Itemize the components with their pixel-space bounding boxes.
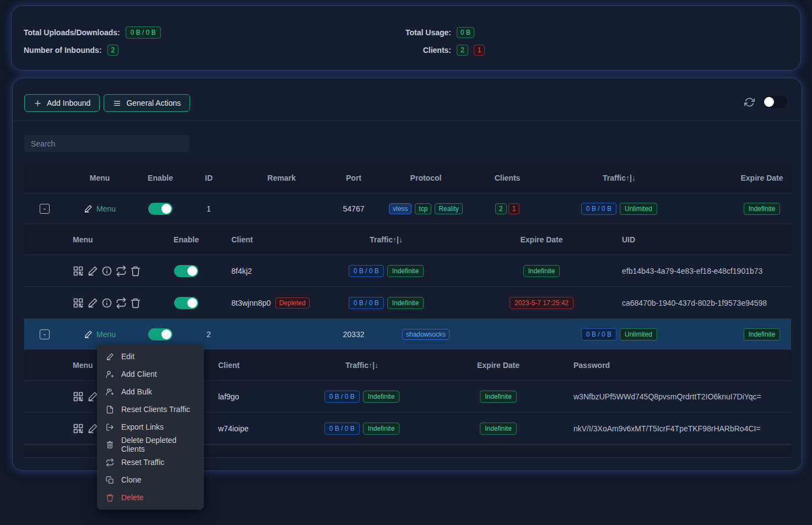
client-row: 8t3wjnn8p0 Depleted 0 B / 0 B Indefinite… [24, 287, 791, 319]
users-add-icon [106, 388, 114, 396]
clone-icon [106, 476, 114, 484]
inbound-menu-link[interactable]: Menu [84, 330, 116, 339]
total-usage-row: Total Usage: 0 B [393, 26, 474, 39]
client-password: w3NfbzUPf5WWd745Q8pvsmQrdrttT2IO6knuI7Di… [571, 392, 791, 401]
toolbar: Add Inbound General Actions [13, 78, 802, 121]
expire-badge: 2023-5-7 17:25:42 [510, 297, 573, 309]
client-traffic: 0 B / 0 B Indefinite [310, 265, 463, 277]
client-name: 8f4kj2 [216, 267, 310, 275]
info-icon[interactable] [101, 266, 112, 277]
edit-icon[interactable] [87, 423, 98, 434]
number-of-inbounds-label: Number of Inbounds: [24, 46, 102, 55]
inbound-port: 54767 [332, 204, 376, 213]
header-password: Password [571, 361, 791, 370]
info-icon[interactable] [101, 297, 112, 308]
inbound-menu-label: Menu [96, 204, 116, 213]
add-inbound-label: Add Inbound [47, 99, 90, 107]
traffic-badge: 0 B / 0 B [324, 391, 360, 403]
inbound-traffic: 0 B / 0 B Unlimited [539, 203, 700, 215]
menu-item-reset-clients-traffic[interactable]: Reset Clients Traffic [97, 400, 204, 418]
inbound-menu-link[interactable]: Menu [84, 204, 116, 213]
header-traffic-sort[interactable]: Traffic↑|↓ [310, 235, 463, 244]
menu-item-reset-traffic[interactable]: Reset Traffic [97, 453, 204, 471]
traffic-limit-badge: Indefinite [387, 265, 424, 277]
inbound-context-menu: Edit Add Client Add Bulk Reset Clients T… [97, 344, 204, 510]
menu-item-edit[interactable]: Edit [97, 348, 204, 365]
inbound-id: 1 [186, 204, 231, 213]
total-usage-value: 0 B [457, 27, 474, 38]
menu-item-clone[interactable]: Clone [97, 471, 204, 489]
protocol-badge: tcp [415, 203, 431, 214]
number-of-inbounds-value: 2 [107, 45, 119, 56]
qr-code-icon[interactable] [73, 391, 84, 402]
total-uploads-downloads-value: 0 B / 0 B [126, 26, 161, 39]
qr-code-icon[interactable] [73, 423, 84, 434]
menu-item-add-client[interactable]: Add Client [97, 365, 204, 383]
general-actions-button[interactable]: General Actions [104, 94, 190, 112]
qr-code-icon[interactable] [73, 297, 84, 308]
general-actions-label: General Actions [126, 99, 181, 107]
edit-icon[interactable] [87, 391, 98, 402]
total-usage-label: Total Usage: [393, 28, 451, 37]
clients-row: Clients: 2 1 [393, 44, 485, 57]
menu-item-label: Delete [121, 493, 143, 502]
reset-traffic-icon[interactable] [116, 266, 127, 277]
total-uploads-downloads-row: Total Uploads/Downloads: 0 B / 0 B [24, 26, 161, 39]
menu-item-label: Delete Depleted Clients [121, 436, 195, 453]
traffic-badge: 0 B / 0 B [324, 423, 360, 435]
client-uid: efb14b43-4a79-4e83-ef18-e48cf1901b73 [620, 267, 791, 275]
header-menu: Menu [57, 235, 156, 244]
client-enable-toggle[interactable] [174, 297, 198, 309]
collapse-button[interactable]: - [40, 329, 50, 339]
header-expire: Expire Date [425, 361, 571, 370]
menu-item-delete[interactable]: Delete [97, 489, 204, 506]
export-icon [106, 423, 114, 431]
header-client: Client [216, 361, 299, 370]
reset-traffic-icon[interactable] [116, 297, 127, 308]
menu-item-label: Add Client [121, 370, 157, 378]
clients-depleted-count: 1 [474, 45, 485, 56]
expire-badge: Indefinite [480, 391, 517, 403]
menu-item-add-bulk[interactable]: Add Bulk [97, 383, 204, 400]
clients-active-count: 2 [457, 45, 468, 56]
traffic-limit-badge: Unlimited [620, 203, 657, 215]
refresh-icon[interactable] [744, 97, 755, 107]
depleted-badge: Depleted [275, 297, 310, 308]
trash-icon[interactable] [130, 266, 141, 277]
header-traffic-sort[interactable]: Traffic↑|↓ [299, 361, 425, 370]
inbound-port: 20332 [332, 330, 376, 339]
header-client: Client [216, 235, 310, 244]
search-input[interactable] [24, 135, 190, 152]
qr-code-icon[interactable] [73, 266, 84, 277]
menu-item-export-links[interactable]: Export Links [97, 418, 204, 436]
enable-toggle[interactable] [148, 328, 172, 340]
traffic-badge: 0 B / 0 B [349, 297, 384, 309]
client-enable-toggle[interactable] [174, 265, 198, 277]
pencil-icon [84, 330, 93, 339]
clients-label: Clients: [393, 46, 451, 55]
edit-icon[interactable] [87, 297, 98, 308]
trash-icon[interactable] [130, 297, 141, 308]
header-clients: Clients [476, 174, 539, 182]
client-actions [73, 266, 141, 277]
auto-refresh-toggle[interactable] [763, 96, 787, 108]
client-row: 8f4kj2 0 B / 0 B Indefinite Indefinite e… [24, 255, 791, 287]
menu-item-delete-depleted-clients[interactable]: Delete Depleted Clients [97, 436, 204, 453]
inbound-menu-label: Menu [96, 330, 116, 339]
header-traffic-sort[interactable]: Traffic↑|↓ [539, 174, 700, 182]
collapse-button[interactable]: - [40, 204, 50, 214]
add-inbound-button[interactable]: Add Inbound [24, 94, 100, 112]
header-port: Port [332, 174, 376, 182]
protocol-badge: shadowsocks [402, 329, 450, 340]
file-reset-icon [106, 405, 114, 414]
edit-icon[interactable] [87, 266, 98, 277]
header-menu: Menu [65, 174, 134, 182]
menu-item-label: Add Bulk [121, 387, 152, 396]
enable-toggle[interactable] [148, 203, 172, 215]
protocol-badge: Reality [435, 203, 463, 214]
header-enable: Enable [134, 174, 186, 182]
client-table-header: Menu Enable Client Traffic↑|↓ Expire Dat… [24, 224, 791, 255]
clients-depleted-badge: 1 [508, 203, 520, 214]
expire-badge: Indefinite [744, 328, 781, 340]
expire-badge: Indefinite [480, 423, 517, 435]
